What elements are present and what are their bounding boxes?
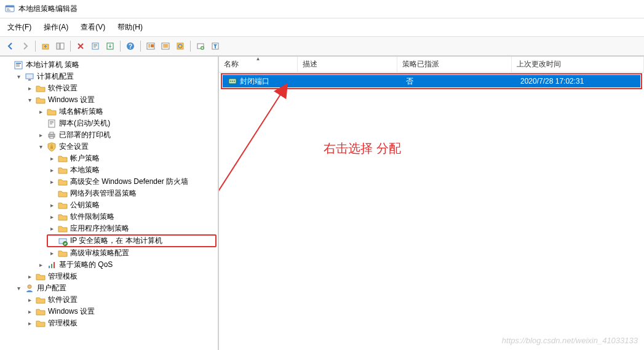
tree-name-resolution[interactable]: ▸域名解析策略 — [36, 106, 217, 117]
tree-security-settings[interactable]: ▾安全设置 — [36, 141, 217, 153]
svg-rect-16 — [148, 46, 150, 46]
tree-user-windows[interactable]: ▸Windows 设置 — [25, 306, 217, 317]
tree-qos[interactable]: ▸基于策略的 QoS — [36, 259, 217, 271]
chevron-down-icon[interactable]: ▾ — [26, 97, 33, 104]
column-label: 描述 — [303, 60, 317, 68]
tree-user-templates[interactable]: ▸管理模板 — [25, 317, 217, 329]
manage-filter-button[interactable] — [209, 39, 222, 53]
folder-icon — [58, 201, 68, 210]
tree-public-key[interactable]: ▸公钥策略 — [47, 199, 217, 211]
folder-icon — [58, 177, 68, 187]
chevron-right-icon[interactable]: ▸ — [48, 250, 55, 257]
export-list-button[interactable] — [103, 39, 117, 53]
svg-rect-37 — [50, 124, 52, 124]
cell-text: 否 — [406, 76, 413, 87]
tree-advanced-audit[interactable]: ▸高级审核策略配置 — [47, 247, 217, 259]
tree-label: 本地策略 — [70, 165, 100, 175]
tree-defender-firewall[interactable]: ▸高级安全 Windows Defender 防火墙 — [47, 176, 217, 188]
chevron-right-icon[interactable]: ▸ — [48, 167, 55, 174]
properties-button[interactable] — [89, 39, 102, 53]
list-panel[interactable]: ▲ 名称 描述 策略已指派 上次更改时间 封闭端口 否 2020/7/28 17… — [219, 57, 644, 350]
tree-label: IP 安全策略，在 本地计算机 — [70, 236, 162, 246]
title-bar: 本地组策略编辑器 — [0, 0, 644, 18]
tree-software-restriction[interactable]: ▸软件限制策略 — [47, 211, 217, 223]
tree-account-policy[interactable]: ▸帐户策略 — [47, 153, 217, 164]
menu-action[interactable]: 操作(A) — [41, 21, 71, 34]
column-description[interactable]: 描述 — [298, 57, 397, 72]
chevron-right-icon[interactable]: ▸ — [48, 178, 55, 186]
cell-last-changed: 2020/7/28 17:02:31 — [515, 76, 640, 87]
tree-user-software[interactable]: ▸软件设置 — [25, 294, 217, 306]
chevron-down-icon[interactable]: ▾ — [15, 73, 22, 81]
column-assigned[interactable]: 策略已指派 — [397, 57, 512, 72]
column-last-changed[interactable]: 上次更改时间 — [512, 57, 644, 72]
chevron-right-icon[interactable]: ▸ — [26, 320, 33, 327]
tree-label: 计算机配置 — [37, 71, 74, 82]
svg-rect-15 — [148, 44, 150, 45]
tree-panel[interactable]: ▶ 本地计算机 策略 ▾ 计算机配置 ▸软件设置 — [0, 57, 219, 350]
toolbar: ? — [0, 37, 644, 56]
chevron-right-icon[interactable]: ▸ — [48, 155, 55, 162]
list-view-button[interactable] — [159, 39, 172, 53]
create-ip-policy-button[interactable] — [194, 39, 207, 53]
toolbar-separator — [120, 41, 121, 52]
toolbar-separator — [35, 41, 36, 52]
svg-line-52 — [219, 85, 287, 257]
tree-label: 应用程序控制策略 — [70, 223, 129, 234]
chevron-right-icon[interactable]: ▸ — [26, 85, 33, 92]
tree-ip-security[interactable]: ▸IP 安全策略，在 本地计算机 — [47, 234, 217, 247]
tree-label: Windows 设置 — [48, 95, 95, 105]
toolbar-separator — [190, 41, 191, 52]
tree-user-config[interactable]: ▾用户配置 — [14, 282, 217, 294]
folder-icon — [58, 154, 68, 164]
tree-deployed-printers[interactable]: ▸已部署的打印机 — [36, 129, 217, 141]
tree-local-policy[interactable]: ▸本地策略 — [47, 164, 217, 176]
menu-view[interactable]: 查看(V) — [78, 21, 108, 34]
column-label: 名称 — [224, 60, 239, 68]
chevron-right-icon[interactable]: ▸ — [37, 108, 44, 116]
svg-rect-32 — [26, 74, 33, 79]
menu-file[interactable]: 文件(F) — [5, 21, 34, 34]
tree-app-control[interactable]: ▸应用程序控制策略 — [47, 223, 217, 234]
tree-computer-config[interactable]: ▾ 计算机配置 — [14, 71, 217, 82]
list-row[interactable]: 封闭端口 否 2020/7/28 17:02:31 — [223, 75, 640, 87]
sort-asc-icon: ▲ — [256, 57, 261, 62]
tree-admin-templates[interactable]: ▸管理模板 — [25, 271, 217, 282]
menu-help[interactable]: 帮助(H) — [115, 21, 145, 34]
tree-software-settings[interactable]: ▸软件设置 — [25, 82, 217, 94]
folder-icon — [58, 249, 68, 258]
chevron-right-icon[interactable]: ▸ — [26, 273, 33, 280]
svg-rect-45 — [51, 264, 52, 268]
forward-button[interactable] — [18, 39, 32, 53]
chevron-down-icon[interactable]: ▾ — [15, 285, 22, 292]
chevron-right-icon[interactable]: ▸ — [48, 225, 55, 233]
tree-scripts[interactable]: ▸脚本(启动/关机) — [36, 117, 217, 129]
chevron-right-icon[interactable]: ▸ — [37, 132, 44, 139]
tree-root[interactable]: ▶ 本地计算机 策略 — [2, 59, 217, 71]
svg-point-47 — [28, 285, 31, 288]
column-name[interactable]: ▲ 名称 — [219, 57, 298, 72]
printer-icon — [47, 130, 57, 140]
svg-rect-2 — [7, 9, 9, 9]
delete-button[interactable] — [74, 39, 87, 53]
qos-icon — [47, 260, 57, 270]
svg-rect-30 — [16, 65, 20, 65]
chevron-right-icon[interactable]: ▸ — [37, 261, 44, 269]
chevron-right-icon[interactable]: ▸ — [26, 308, 33, 316]
help-button[interactable]: ? — [124, 39, 137, 53]
show-hide-tree-button[interactable] — [54, 39, 67, 53]
svg-point-51 — [234, 81, 235, 82]
up-button[interactable] — [39, 39, 52, 53]
cell-assigned: 否 — [401, 75, 515, 88]
tree-network-list[interactable]: ▸网络列表管理器策略 — [47, 188, 217, 199]
details-button[interactable] — [144, 39, 157, 53]
back-button[interactable] — [4, 39, 17, 53]
ip-policy-icon — [228, 76, 237, 86]
chevron-right-icon[interactable]: ▸ — [26, 296, 33, 304]
refresh-button[interactable] — [173, 39, 187, 53]
tree-windows-settings[interactable]: ▾Windows 设置 — [25, 94, 217, 106]
chevron-right-icon[interactable]: ▸ — [48, 213, 55, 221]
chevron-right-icon[interactable]: ▸ — [48, 202, 55, 209]
chevron-down-icon[interactable]: ▾ — [37, 143, 44, 151]
tree-label: 安全设置 — [59, 141, 89, 152]
